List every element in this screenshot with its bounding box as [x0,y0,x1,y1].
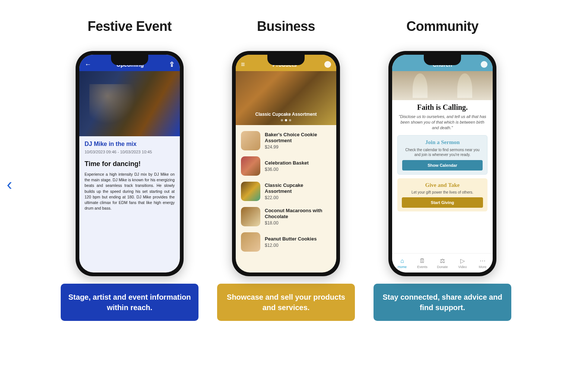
video-icon: ▷ [460,258,465,264]
tab-donate[interactable]: ⚖ Donate [432,258,452,269]
heading-community: Community [406,19,479,34]
give-card: Give and Take Let your gift power the li… [397,178,487,211]
screen-festive: ← Upcoming ⇪ DJ Mike in the mix 10/03/20… [79,55,180,273]
carousel-prev-icon[interactable]: ‹ [7,175,12,194]
phone-mockup-business: ≡ Products Classic Cupcake Assortment Ba… [232,51,340,276]
list-item[interactable]: Classic Cupcake Assortment $22.00 [236,179,336,204]
product-thumb [241,232,260,252]
event-title: DJ Mike in the mix [85,141,175,147]
caption-community: Stay connected, share advice and find su… [374,284,511,321]
heading-festive: Festive Event [88,19,172,34]
tab-label: Video [458,265,467,269]
product-list: Baker's Choice Cookie Assortment $24.99 … [236,125,336,258]
tab-label: More [479,265,487,269]
share-icon[interactable]: ⇪ [169,60,175,68]
community-content: Faith is Calling. "Disclose us to oursel… [392,100,493,253]
event-subtitle: Time for dancing! [85,160,175,168]
list-item[interactable]: Baker's Choice Cookie Assortment $24.99 [236,128,336,153]
product-name: Celebration Basket [265,160,309,166]
event-datetime: 10/03/2023 09:46 - 10/03/2023 10:45 [85,150,175,154]
product-price: $22.00 [265,195,331,200]
product-thumb [241,182,260,201]
heading-business: Business [257,19,315,34]
column-business: Business ≡ Products Classic Cupcake Asso… [228,19,344,321]
scales-icon: ⚖ [440,258,445,264]
bottom-tabs: ⌂ Home 🗓 Events ⚖ Donate ▷ Video [392,253,493,273]
product-name: Coconut Macaroons with Chocolate [265,208,331,219]
start-giving-button[interactable]: Start Giving [402,197,483,208]
event-description: Experience a high intensity DJ mix by DJ… [85,172,175,211]
community-title: Faith is Calling. [397,103,487,112]
product-name: Peanut Butter Cookies [265,236,317,242]
home-icon: ⌂ [400,258,404,264]
back-icon[interactable]: ← [85,61,91,68]
list-item[interactable]: Celebration Basket $36.00 [236,153,336,179]
profile-icon[interactable] [324,61,331,68]
phone-mockup-festive: ← Upcoming ⇪ DJ Mike in the mix 10/03/20… [76,51,184,276]
show-calendar-button[interactable]: Show Calendar [402,160,483,170]
tab-events[interactable]: 🗓 Events [412,258,432,269]
hero-product-label: Classic Cupcake Assortment [255,112,317,117]
caption-business: Showcase and sell your products and serv… [217,284,355,321]
screen-business: ≡ Products Classic Cupcake Assortment Ba… [236,55,336,273]
menu-icon[interactable]: ≡ [241,61,245,68]
tab-home[interactable]: ⌂ Home [392,258,412,269]
phone-notch [267,55,305,65]
product-price: $12.00 [265,243,317,248]
sermon-card: Join a Sermon Check the calendar to find… [397,135,487,175]
feature-columns: Festive Event ← Upcoming ⇪ DJ Mike in th… [0,0,572,321]
give-title: Give and Take [402,182,483,188]
calendar-icon: 🗓 [419,258,425,264]
festive-card: DJ Mike in the mix 10/03/2023 09:46 - 10… [79,136,180,215]
festive-hero-image [79,71,180,136]
phone-notch [111,55,148,65]
column-community: Community Church Faith is Calling. "Disc… [385,19,500,321]
screen-community: Church Faith is Calling. "Disclose us to… [392,55,493,273]
phone-mockup-community: Church Faith is Calling. "Disclose us to… [388,51,496,276]
sermon-title: Join a Sermon [402,139,483,146]
tab-more[interactable]: ⋯ More [473,258,493,269]
community-hero-image [392,71,493,100]
list-item[interactable]: Peanut Butter Cookies $12.00 [236,229,336,255]
give-body: Let your gift power the lives of others. [402,190,483,194]
profile-icon[interactable] [481,61,487,68]
sermon-body: Check the calendar to find sermons near … [402,147,483,157]
product-thumb [241,156,260,176]
tab-label: Home [398,265,407,269]
product-thumb [241,131,260,150]
product-name: Baker's Choice Cookie Assortment [265,132,331,143]
list-item[interactable]: Coconut Macaroons with Chocolate $18.00 [236,204,336,229]
tab-label: Donate [437,265,448,269]
more-icon: ⋯ [480,258,486,264]
product-price: $18.00 [265,220,331,226]
product-price: $36.00 [265,167,309,172]
column-festive: Festive Event ← Upcoming ⇪ DJ Mike in th… [72,19,187,321]
product-thumb [241,207,260,226]
tab-label: Events [417,265,428,269]
carousel-dots[interactable] [281,119,291,121]
tab-video[interactable]: ▷ Video [452,258,473,269]
product-price: $24.99 [265,144,331,150]
community-quote: "Disclose us to ourselves, and tell us a… [397,114,487,131]
phone-notch [424,55,461,65]
business-hero[interactable]: Classic Cupcake Assortment [236,71,336,125]
product-name: Classic Cupcake Assortment [265,182,331,194]
caption-festive: Stage, artist and event information with… [61,284,198,321]
